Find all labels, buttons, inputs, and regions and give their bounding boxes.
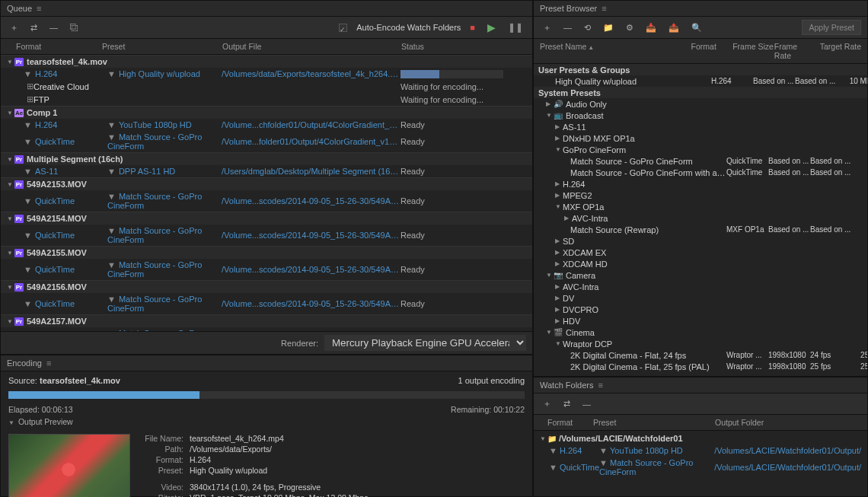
expand-toggle-icon[interactable] — [7, 59, 14, 65]
queue-output-row[interactable]: ⊞ Creative CloudWaiting for encoding... — [1, 80, 532, 93]
header-output-folder[interactable]: Output Folder — [715, 418, 861, 427]
expand-toggle-icon[interactable] — [555, 203, 563, 210]
preset-category[interactable]: AVC-Intra — [534, 281, 867, 292]
expand-toggle-icon[interactable] — [546, 112, 554, 119]
expand-toggle-icon[interactable] — [564, 215, 572, 221]
queue-group-row[interactable]: Pr 549A2153.MOV — [1, 177, 532, 190]
duplicate-button[interactable]: ⿻ — [67, 21, 81, 33]
preset-category[interactable]: DVCPRO — [534, 304, 867, 315]
pause-button[interactable]: ❚❚ — [505, 21, 526, 34]
import-icon[interactable]: 📥 — [643, 21, 659, 34]
expand-toggle-icon[interactable] — [7, 181, 14, 188]
queue-tab[interactable]: Queue ≡ — [1, 1, 532, 17]
remove-button[interactable]: — — [46, 21, 61, 33]
queue-output-row[interactable]: ▼H.264▼YouTube 1080p HD/Volume...chfolde… — [1, 119, 532, 131]
expand-toggle-icon[interactable] — [555, 237, 563, 244]
preset-category[interactable]: System Presets — [534, 87, 867, 98]
preset-link[interactable]: Match Source - GoPro CineForm — [107, 260, 202, 279]
header-frame-rate[interactable]: Frame Rate — [774, 42, 816, 60]
output-folder-link[interactable]: /Volumes/LACIE/Watchfolder01/Output/ — [714, 446, 861, 455]
panel-menu-icon[interactable]: ≡ — [46, 358, 51, 368]
preset-link[interactable]: Match Source - GoPro CineForm — [599, 458, 693, 476]
expand-toggle-icon[interactable] — [540, 435, 547, 442]
format-link[interactable]: QuickTime — [35, 196, 75, 205]
preset-category[interactable]: AS-11 — [534, 121, 867, 132]
preset-category[interactable]: 📷Camera — [534, 269, 867, 281]
preset-category[interactable]: SD — [534, 235, 867, 247]
watch-output-row[interactable]: ▼H.264▼YouTube 1080p HD/Volumes/LACIE/Wa… — [534, 444, 867, 457]
expand-toggle-icon[interactable] — [555, 192, 563, 199]
panel-menu-icon[interactable]: ≡ — [37, 4, 41, 13]
settings-icon[interactable]: ⚙ — [623, 21, 637, 34]
header-preset[interactable]: Preset — [593, 418, 715, 427]
new-preset-button[interactable]: ＋ — [540, 21, 554, 35]
queue-output-row[interactable]: ▼QuickTime▼Match Source - GoPro CineForm… — [1, 190, 532, 212]
folder-icon[interactable]: 📁 — [600, 21, 617, 34]
preset-link[interactable]: Match Source - GoPro CineForm — [107, 226, 202, 244]
header-format[interactable]: Format — [691, 42, 733, 60]
output-path[interactable]: /Users/dmglab/Desktop/Multiple Segment (… — [222, 167, 400, 176]
preset-category[interactable]: AVC-Intra — [534, 212, 867, 224]
sync-icon[interactable]: ⟲ — [581, 21, 594, 34]
format-link[interactable]: QuickTime — [35, 231, 75, 240]
expand-toggle-icon[interactable] — [555, 123, 563, 130]
expand-toggle-icon[interactable] — [555, 317, 563, 324]
add-watch-folder-button[interactable]: ＋ — [540, 397, 554, 411]
expand-toggle-icon[interactable] — [7, 215, 14, 222]
renderer-select[interactable]: Mercury Playback Engine GPU Acceleration… — [324, 335, 526, 351]
preset-link[interactable]: High Quality w/upload — [119, 69, 200, 78]
queue-group-row[interactable]: Pr 549A2157.MOV — [1, 314, 532, 327]
panel-menu-icon[interactable]: ≡ — [598, 381, 603, 390]
preset-category[interactable]: Wraptor DCP — [534, 338, 867, 349]
preset-category[interactable]: GoPro CineForm — [534, 144, 867, 155]
queue-output-row[interactable]: ▼QuickTime▼Match Source - GoPro CineForm… — [1, 131, 532, 152]
preset-item[interactable]: 2K Digital Cinema - Flat, 24 fpsWraptor … — [534, 349, 867, 361]
preset-category[interactable]: H.264 — [534, 178, 867, 190]
queue-output-row[interactable]: ▼QuickTime▼Match Source - GoPro CineForm… — [1, 259, 532, 280]
output-folder-link[interactable]: /Volumes/LACIE/Watchfolder01/Output/ — [714, 463, 861, 472]
watch-folders-tab[interactable]: Watch Folders ≡ — [534, 378, 867, 393]
format-link[interactable]: H.264 — [35, 120, 57, 129]
queue-group-row[interactable]: Pr Multiple Segment (16ch) — [1, 152, 532, 165]
header-preset-name[interactable]: Preset Name — [540, 42, 586, 51]
expand-toggle-icon[interactable] — [555, 340, 563, 347]
header-format[interactable]: Format — [7, 42, 102, 51]
preset-category[interactable]: HDV — [534, 315, 867, 327]
expand-toggle-icon[interactable] — [546, 272, 554, 279]
preset-category[interactable]: MPEG2 — [534, 190, 867, 201]
output-path[interactable]: /Volume...scodes/2014-09-05_15-26-30/549… — [222, 299, 400, 308]
format-link[interactable]: QuickTime — [35, 265, 75, 274]
preset-item[interactable]: Match Source (Rewrap)MXF OP1aBased on ..… — [534, 224, 867, 235]
auto-encode-checkbox[interactable] — [339, 24, 347, 32]
output-path[interactable]: /Volume...scodes/2014-09-05_15-26-30/549… — [222, 231, 400, 240]
header-status[interactable]: Status — [401, 42, 504, 51]
queue-output-row[interactable]: ▼QuickTime▼Match Source - GoPro CineForm… — [1, 225, 532, 246]
output-path[interactable]: /Volume...chfolder01/Output/4ColorGradie… — [222, 120, 400, 129]
format-link[interactable]: QuickTime — [560, 463, 599, 472]
expand-toggle-icon[interactable] — [7, 250, 14, 256]
preset-link[interactable]: YouTube 1080p HD — [119, 120, 192, 129]
preset-item[interactable]: Match Source - GoPro CineForm with alpha… — [534, 167, 867, 178]
preset-link[interactable]: Match Source - GoPro CineForm — [107, 132, 202, 151]
preset-item[interactable]: Match Source - GoPro CineFormQuickTimeBa… — [534, 155, 867, 167]
preview-toggle[interactable] — [8, 419, 16, 426]
output-path[interactable]: /Volumes/data/Exports/tearsofsteel_4k_h2… — [222, 69, 400, 78]
settings-icon[interactable]: ⇄ — [560, 397, 573, 410]
queue-group-row[interactable]: Ae Comp 1 — [1, 106, 532, 119]
expand-toggle-icon[interactable] — [555, 249, 563, 256]
header-frame-size[interactable]: Frame Size — [732, 42, 774, 60]
watch-output-row[interactable]: ▼QuickTime▼Match Source - GoPro CineForm… — [534, 457, 867, 478]
header-output[interactable]: Output File — [222, 42, 401, 51]
queue-output-row[interactable]: ▼H.264▼High Quality w/upload/Volumes/dat… — [1, 68, 532, 80]
expand-toggle-icon[interactable] — [555, 146, 563, 153]
queue-output-row[interactable]: ⊞ FTPWaiting for encoding... — [1, 93, 532, 106]
format-link[interactable]: QuickTime — [35, 137, 75, 146]
preset-category[interactable]: XDCAM EX — [534, 247, 867, 258]
queue-group-row[interactable]: Pr 549A2156.MOV — [1, 280, 532, 293]
search-icon[interactable]: 🔍 — [688, 21, 705, 34]
watch-folder-row[interactable]: 📁/Volumes/LACIE/Watchfolder01 — [534, 432, 867, 444]
queue-output-row[interactable]: ▼QuickTime▼Match Source - GoPro CineForm… — [1, 293, 532, 314]
preset-category[interactable]: XDCAM HD — [534, 258, 867, 269]
header-format[interactable]: Format — [540, 418, 593, 427]
preset-link[interactable]: Match Source - GoPro CineForm — [107, 192, 202, 210]
